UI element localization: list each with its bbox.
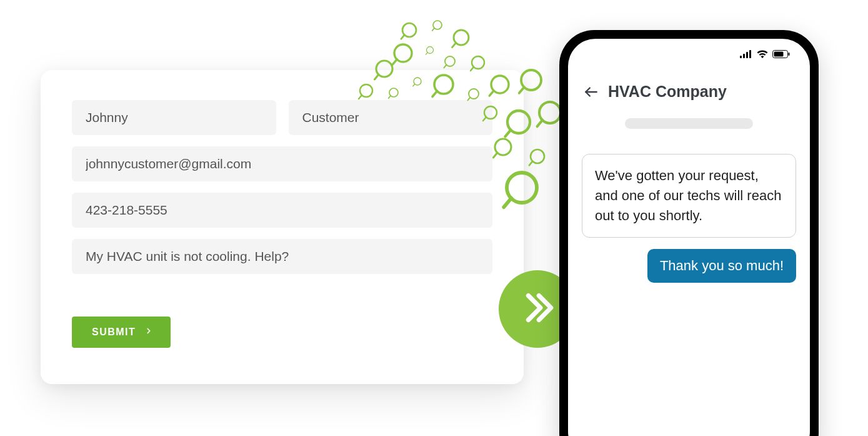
svg-rect-3 [746,52,748,58]
submit-button[interactable]: SUBMIT [72,317,171,348]
svg-rect-4 [749,50,751,58]
cellular-signal-icon [740,50,752,58]
chat-header: HVAC Company [582,83,796,101]
submit-button-label: SUBMIT [92,327,136,338]
svg-rect-2 [743,54,745,58]
chevron-right-icon [144,327,153,338]
phone-input[interactable] [72,193,492,228]
date-placeholder [625,118,753,129]
svg-rect-6 [774,52,784,57]
svg-rect-1 [740,56,742,58]
incoming-message: We've gotten your request, and one of ou… [582,154,796,238]
double-chevron-right-icon [519,290,556,328]
svg-rect-7 [789,53,790,56]
wifi-icon [757,50,768,58]
status-bar [740,50,790,58]
contact-form-card: SUBMIT [41,70,524,384]
last-name-input[interactable] [289,100,493,135]
outgoing-message: Thank you so much! [647,249,796,283]
chat-title: HVAC Company [608,83,727,101]
back-arrow-icon[interactable] [583,84,599,100]
email-input[interactable] [72,146,492,181]
phone-mockup: HVAC Company We've gotten your request, … [559,30,819,436]
first-name-input[interactable] [72,100,276,135]
phone-screen: HVAC Company We've gotten your request, … [568,39,810,436]
battery-icon [772,50,790,58]
message-input[interactable] [72,239,492,274]
